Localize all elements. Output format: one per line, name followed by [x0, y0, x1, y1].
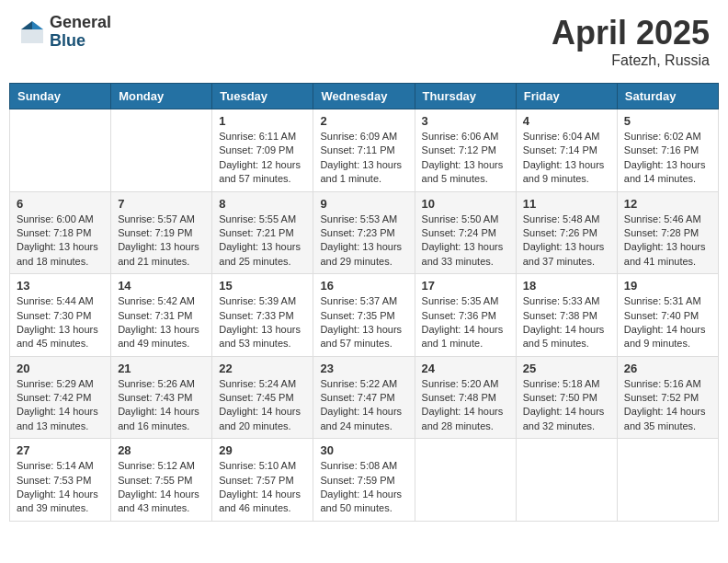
- calendar-cell: 12Sunrise: 5:46 AM Sunset: 7:28 PM Dayli…: [617, 191, 718, 274]
- svg-marker-1: [32, 21, 43, 29]
- calendar-header-sunday: Sunday: [10, 84, 111, 109]
- day-info: Sunrise: 5:55 AM Sunset: 7:21 PM Dayligh…: [219, 213, 306, 270]
- svg-marker-2: [21, 21, 32, 29]
- day-number: 30: [320, 443, 407, 457]
- day-number: 8: [219, 197, 306, 211]
- calendar-cell: [516, 439, 617, 522]
- calendar-cell: 27Sunrise: 5:14 AM Sunset: 7:53 PM Dayli…: [10, 439, 111, 522]
- day-number: 17: [422, 279, 509, 293]
- calendar-cell: [10, 109, 111, 192]
- day-number: 5: [624, 114, 711, 128]
- day-info: Sunrise: 5:50 AM Sunset: 7:24 PM Dayligh…: [422, 213, 509, 270]
- calendar-week-row: 20Sunrise: 5:29 AM Sunset: 7:42 PM Dayli…: [10, 356, 719, 439]
- logo-icon: [18, 18, 46, 46]
- day-number: 3: [422, 114, 509, 128]
- page-header: General Blue April 2025 Fatezh, Russia: [9, 9, 719, 74]
- calendar-header-thursday: Thursday: [415, 84, 516, 109]
- day-number: 9: [320, 197, 407, 211]
- day-info: Sunrise: 5:31 AM Sunset: 7:40 PM Dayligh…: [624, 294, 711, 351]
- day-info: Sunrise: 5:24 AM Sunset: 7:45 PM Dayligh…: [219, 377, 306, 434]
- day-info: Sunrise: 5:26 AM Sunset: 7:43 PM Dayligh…: [118, 377, 205, 434]
- calendar-cell: 1Sunrise: 6:11 AM Sunset: 7:09 PM Daylig…: [212, 109, 313, 192]
- calendar-header-row: SundayMondayTuesdayWednesdayThursdayFrid…: [10, 84, 719, 109]
- day-info: Sunrise: 5:53 AM Sunset: 7:23 PM Dayligh…: [320, 213, 407, 270]
- day-number: 1: [219, 114, 306, 128]
- calendar-cell: [111, 109, 212, 192]
- calendar-week-row: 27Sunrise: 5:14 AM Sunset: 7:53 PM Dayli…: [10, 439, 719, 522]
- calendar-cell: 10Sunrise: 5:50 AM Sunset: 7:24 PM Dayli…: [415, 191, 516, 274]
- day-info: Sunrise: 5:16 AM Sunset: 7:52 PM Dayligh…: [624, 377, 711, 434]
- calendar-cell: 11Sunrise: 5:48 AM Sunset: 7:26 PM Dayli…: [516, 191, 617, 274]
- day-number: 6: [17, 197, 104, 211]
- day-info: Sunrise: 5:18 AM Sunset: 7:50 PM Dayligh…: [523, 377, 610, 434]
- title-block: April 2025 Fatezh, Russia: [552, 14, 710, 69]
- day-info: Sunrise: 5:42 AM Sunset: 7:31 PM Dayligh…: [118, 294, 205, 351]
- calendar-cell: 6Sunrise: 6:00 AM Sunset: 7:18 PM Daylig…: [10, 191, 111, 274]
- calendar-cell: 7Sunrise: 5:57 AM Sunset: 7:19 PM Daylig…: [111, 191, 212, 274]
- calendar-cell: 18Sunrise: 5:33 AM Sunset: 7:38 PM Dayli…: [516, 274, 617, 357]
- calendar-table: SundayMondayTuesdayWednesdayThursdayFrid…: [9, 83, 719, 522]
- day-number: 10: [422, 197, 509, 211]
- day-number: 22: [219, 362, 306, 375]
- day-info: Sunrise: 6:06 AM Sunset: 7:12 PM Dayligh…: [422, 130, 509, 187]
- calendar-header-monday: Monday: [111, 84, 212, 109]
- calendar-week-row: 6Sunrise: 6:00 AM Sunset: 7:18 PM Daylig…: [10, 191, 719, 274]
- day-number: 26: [624, 362, 711, 375]
- day-info: Sunrise: 6:02 AM Sunset: 7:16 PM Dayligh…: [624, 130, 711, 187]
- calendar-header-saturday: Saturday: [617, 84, 718, 109]
- calendar-cell: 24Sunrise: 5:20 AM Sunset: 7:48 PM Dayli…: [415, 356, 516, 439]
- day-number: 20: [17, 362, 104, 375]
- calendar-cell: 13Sunrise: 5:44 AM Sunset: 7:30 PM Dayli…: [10, 274, 111, 357]
- day-info: Sunrise: 5:46 AM Sunset: 7:28 PM Dayligh…: [624, 213, 711, 270]
- calendar-header-friday: Friday: [516, 84, 617, 109]
- day-number: 15: [219, 279, 306, 293]
- calendar-cell: 19Sunrise: 5:31 AM Sunset: 7:40 PM Dayli…: [617, 274, 718, 357]
- day-number: 4: [523, 114, 610, 128]
- day-info: Sunrise: 6:11 AM Sunset: 7:09 PM Dayligh…: [219, 130, 306, 187]
- logo-general: General: [50, 14, 111, 32]
- calendar-cell: 2Sunrise: 6:09 AM Sunset: 7:11 PM Daylig…: [313, 109, 415, 192]
- day-number: 27: [17, 443, 104, 457]
- day-info: Sunrise: 5:10 AM Sunset: 7:57 PM Dayligh…: [219, 459, 306, 516]
- day-info: Sunrise: 5:08 AM Sunset: 7:59 PM Dayligh…: [320, 459, 407, 516]
- location-title: Fatezh, Russia: [552, 52, 710, 69]
- calendar-cell: 17Sunrise: 5:35 AM Sunset: 7:36 PM Dayli…: [415, 274, 516, 357]
- calendar-week-row: 1Sunrise: 6:11 AM Sunset: 7:09 PM Daylig…: [10, 109, 719, 192]
- calendar-cell: 9Sunrise: 5:53 AM Sunset: 7:23 PM Daylig…: [313, 191, 415, 274]
- calendar-cell: 3Sunrise: 6:06 AM Sunset: 7:12 PM Daylig…: [415, 109, 516, 192]
- day-info: Sunrise: 5:29 AM Sunset: 7:42 PM Dayligh…: [17, 377, 104, 434]
- calendar-cell: 25Sunrise: 5:18 AM Sunset: 7:50 PM Dayli…: [516, 356, 617, 439]
- day-number: 14: [118, 279, 205, 293]
- day-number: 18: [523, 279, 610, 293]
- calendar-cell: 8Sunrise: 5:55 AM Sunset: 7:21 PM Daylig…: [212, 191, 313, 274]
- day-info: Sunrise: 5:12 AM Sunset: 7:55 PM Dayligh…: [118, 459, 205, 516]
- day-number: 25: [523, 362, 610, 375]
- day-number: 21: [118, 362, 205, 375]
- calendar-cell: [617, 439, 718, 522]
- calendar-cell: 20Sunrise: 5:29 AM Sunset: 7:42 PM Dayli…: [10, 356, 111, 439]
- day-number: 29: [219, 443, 306, 457]
- day-number: 13: [17, 279, 104, 293]
- day-number: 19: [624, 279, 711, 293]
- calendar-cell: 26Sunrise: 5:16 AM Sunset: 7:52 PM Dayli…: [617, 356, 718, 439]
- day-number: 16: [320, 279, 407, 293]
- day-number: 23: [320, 362, 407, 375]
- day-number: 28: [118, 443, 205, 457]
- day-number: 2: [320, 114, 407, 128]
- calendar-header-wednesday: Wednesday: [313, 84, 415, 109]
- day-info: Sunrise: 5:57 AM Sunset: 7:19 PM Dayligh…: [118, 213, 205, 270]
- calendar-cell: 14Sunrise: 5:42 AM Sunset: 7:31 PM Dayli…: [111, 274, 212, 357]
- calendar-cell: 29Sunrise: 5:10 AM Sunset: 7:57 PM Dayli…: [212, 439, 313, 522]
- day-info: Sunrise: 5:20 AM Sunset: 7:48 PM Dayligh…: [422, 377, 509, 434]
- day-info: Sunrise: 5:22 AM Sunset: 7:47 PM Dayligh…: [320, 377, 407, 434]
- calendar-cell: 5Sunrise: 6:02 AM Sunset: 7:16 PM Daylig…: [617, 109, 718, 192]
- calendar-header-tuesday: Tuesday: [212, 84, 313, 109]
- calendar-cell: 23Sunrise: 5:22 AM Sunset: 7:47 PM Dayli…: [313, 356, 415, 439]
- day-info: Sunrise: 5:35 AM Sunset: 7:36 PM Dayligh…: [422, 294, 509, 351]
- day-info: Sunrise: 5:48 AM Sunset: 7:26 PM Dayligh…: [523, 213, 610, 270]
- day-info: Sunrise: 5:33 AM Sunset: 7:38 PM Dayligh…: [523, 294, 610, 351]
- day-info: Sunrise: 5:14 AM Sunset: 7:53 PM Dayligh…: [17, 459, 104, 516]
- day-info: Sunrise: 6:09 AM Sunset: 7:11 PM Dayligh…: [320, 130, 407, 187]
- day-number: 24: [422, 362, 509, 375]
- day-number: 11: [523, 197, 610, 211]
